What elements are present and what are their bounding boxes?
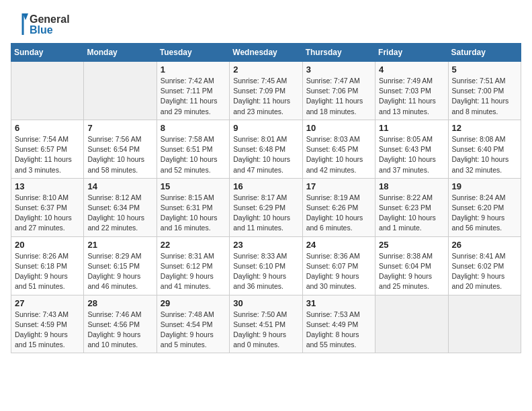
day-detail: Sunrise: 7:56 AM Sunset: 6:54 PM Dayligh…	[87, 134, 152, 175]
day-number: 18	[379, 181, 444, 191]
day-detail: Sunrise: 7:53 AM Sunset: 4:49 PM Dayligh…	[306, 310, 371, 351]
calendar-cell: 21Sunrise: 8:29 AM Sunset: 6:15 PM Dayli…	[84, 236, 157, 295]
calendar-cell: 26Sunrise: 8:41 AM Sunset: 6:02 PM Dayli…	[448, 236, 521, 295]
calendar-week-4: 20Sunrise: 8:26 AM Sunset: 6:18 PM Dayli…	[11, 236, 521, 295]
day-detail: Sunrise: 8:22 AM Sunset: 6:23 PM Dayligh…	[379, 193, 444, 234]
day-number: 1	[161, 64, 226, 75]
day-detail: Sunrise: 7:47 AM Sunset: 7:06 PM Dayligh…	[306, 76, 371, 117]
day-detail: Sunrise: 8:36 AM Sunset: 6:07 PM Dayligh…	[306, 251, 371, 292]
day-detail: Sunrise: 7:46 AM Sunset: 4:56 PM Dayligh…	[87, 310, 152, 351]
day-detail: Sunrise: 8:29 AM Sunset: 6:15 PM Dayligh…	[87, 251, 152, 292]
day-number: 7	[87, 123, 152, 133]
day-detail: Sunrise: 8:31 AM Sunset: 6:12 PM Dayligh…	[161, 251, 226, 292]
calendar-cell: 15Sunrise: 8:15 AM Sunset: 6:31 PM Dayli…	[157, 178, 229, 236]
calendar-cell: 19Sunrise: 8:24 AM Sunset: 6:20 PM Dayli…	[448, 178, 521, 236]
calendar-cell: 18Sunrise: 8:22 AM Sunset: 6:23 PM Dayli…	[375, 178, 448, 236]
day-detail: Sunrise: 8:12 AM Sunset: 6:34 PM Dayligh…	[87, 193, 152, 234]
day-detail: Sunrise: 8:03 AM Sunset: 6:45 PM Dayligh…	[306, 134, 371, 175]
day-number: 9	[233, 123, 298, 133]
day-detail: Sunrise: 7:45 AM Sunset: 7:09 PM Dayligh…	[233, 76, 298, 117]
weekday-header-monday: Monday	[84, 44, 157, 62]
day-number: 4	[379, 64, 444, 75]
day-number: 19	[452, 181, 517, 191]
day-detail: Sunrise: 7:43 AM Sunset: 4:59 PM Dayligh…	[15, 310, 80, 351]
day-number: 21	[87, 240, 152, 250]
calendar-cell: 1Sunrise: 7:42 AM Sunset: 7:11 PM Daylig…	[157, 62, 229, 120]
day-number: 20	[15, 240, 80, 250]
logo-svg: GeneralBlue	[11, 11, 71, 36]
calendar-cell: 10Sunrise: 8:03 AM Sunset: 6:45 PM Dayli…	[302, 120, 375, 178]
calendar-cell: 23Sunrise: 8:33 AM Sunset: 6:10 PM Dayli…	[230, 236, 302, 295]
calendar-cell: 28Sunrise: 7:46 AM Sunset: 4:56 PM Dayli…	[84, 295, 157, 353]
calendar-cell: 24Sunrise: 8:36 AM Sunset: 6:07 PM Dayli…	[302, 236, 375, 295]
day-detail: Sunrise: 7:51 AM Sunset: 7:00 PM Dayligh…	[452, 76, 517, 117]
weekday-header-tuesday: Tuesday	[157, 44, 229, 62]
day-detail: Sunrise: 8:41 AM Sunset: 6:02 PM Dayligh…	[452, 251, 517, 292]
day-detail: Sunrise: 7:49 AM Sunset: 7:03 PM Dayligh…	[379, 76, 444, 117]
calendar-cell: 17Sunrise: 8:19 AM Sunset: 6:26 PM Dayli…	[302, 178, 375, 236]
calendar-cell: 25Sunrise: 8:38 AM Sunset: 6:04 PM Dayli…	[375, 236, 448, 295]
calendar-cell: 9Sunrise: 8:01 AM Sunset: 6:48 PM Daylig…	[230, 120, 302, 178]
calendar-cell: 12Sunrise: 8:08 AM Sunset: 6:40 PM Dayli…	[448, 120, 521, 178]
day-detail: Sunrise: 8:15 AM Sunset: 6:31 PM Dayligh…	[161, 193, 226, 234]
calendar-cell: 29Sunrise: 7:48 AM Sunset: 4:54 PM Dayli…	[157, 295, 229, 353]
calendar-cell	[375, 295, 448, 353]
day-number: 26	[452, 240, 517, 250]
svg-text:General: General	[30, 13, 70, 25]
day-number: 24	[306, 240, 371, 250]
calendar-cell: 13Sunrise: 8:10 AM Sunset: 6:37 PM Dayli…	[11, 178, 84, 236]
calendar-table: SundayMondayTuesdayWednesdayThursdayFrid…	[11, 43, 521, 353]
day-number: 2	[233, 64, 298, 75]
day-number: 5	[452, 64, 517, 75]
day-number: 16	[233, 181, 298, 191]
calendar-cell: 20Sunrise: 8:26 AM Sunset: 6:18 PM Dayli…	[11, 236, 84, 295]
day-number: 6	[15, 123, 80, 133]
day-detail: Sunrise: 7:54 AM Sunset: 6:57 PM Dayligh…	[15, 134, 80, 175]
day-detail: Sunrise: 8:08 AM Sunset: 6:40 PM Dayligh…	[452, 134, 517, 175]
page-header: GeneralBlue	[11, 11, 521, 36]
day-detail: Sunrise: 7:50 AM Sunset: 4:51 PM Dayligh…	[233, 310, 298, 351]
day-detail: Sunrise: 8:17 AM Sunset: 6:29 PM Dayligh…	[233, 193, 298, 234]
day-detail: Sunrise: 8:24 AM Sunset: 6:20 PM Dayligh…	[452, 193, 517, 234]
weekday-header-saturday: Saturday	[448, 44, 521, 62]
weekday-header-sunday: Sunday	[11, 44, 84, 62]
day-number: 23	[233, 240, 298, 250]
calendar-week-2: 6Sunrise: 7:54 AM Sunset: 6:57 PM Daylig…	[11, 120, 521, 178]
day-detail: Sunrise: 8:19 AM Sunset: 6:26 PM Dayligh…	[306, 193, 371, 234]
day-number: 25	[379, 240, 444, 250]
calendar-cell: 4Sunrise: 7:49 AM Sunset: 7:03 PM Daylig…	[375, 62, 448, 120]
day-number: 22	[161, 240, 226, 250]
day-detail: Sunrise: 8:01 AM Sunset: 6:48 PM Dayligh…	[233, 134, 298, 175]
calendar-cell: 14Sunrise: 8:12 AM Sunset: 6:34 PM Dayli…	[84, 178, 157, 236]
calendar-cell: 8Sunrise: 7:58 AM Sunset: 6:51 PM Daylig…	[157, 120, 229, 178]
calendar-cell: 11Sunrise: 8:05 AM Sunset: 6:43 PM Dayli…	[375, 120, 448, 178]
day-number: 30	[233, 298, 298, 308]
calendar-week-1: 1Sunrise: 7:42 AM Sunset: 7:11 PM Daylig…	[11, 62, 521, 120]
calendar-cell: 22Sunrise: 8:31 AM Sunset: 6:12 PM Dayli…	[157, 236, 229, 295]
day-number: 12	[452, 123, 517, 133]
day-detail: Sunrise: 7:42 AM Sunset: 7:11 PM Dayligh…	[161, 76, 226, 117]
calendar-cell	[11, 62, 84, 120]
day-number: 14	[87, 181, 152, 191]
weekday-header-thursday: Thursday	[302, 44, 375, 62]
calendar-cell: 7Sunrise: 7:56 AM Sunset: 6:54 PM Daylig…	[84, 120, 157, 178]
calendar-cell: 3Sunrise: 7:47 AM Sunset: 7:06 PM Daylig…	[302, 62, 375, 120]
weekday-header-wednesday: Wednesday	[230, 44, 302, 62]
calendar-cell: 6Sunrise: 7:54 AM Sunset: 6:57 PM Daylig…	[11, 120, 84, 178]
calendar-cell: 5Sunrise: 7:51 AM Sunset: 7:00 PM Daylig…	[448, 62, 521, 120]
day-number: 3	[306, 64, 371, 75]
day-number: 29	[161, 298, 226, 308]
day-number: 31	[306, 298, 371, 308]
calendar-cell: 27Sunrise: 7:43 AM Sunset: 4:59 PM Dayli…	[11, 295, 84, 353]
logo: GeneralBlue	[11, 11, 71, 36]
day-number: 28	[87, 298, 152, 308]
svg-text:Blue: Blue	[30, 24, 53, 36]
calendar-cell: 31Sunrise: 7:53 AM Sunset: 4:49 PM Dayli…	[302, 295, 375, 353]
weekday-header-row: SundayMondayTuesdayWednesdayThursdayFrid…	[11, 44, 521, 62]
day-number: 27	[15, 298, 80, 308]
day-number: 8	[161, 123, 226, 133]
day-detail: Sunrise: 7:58 AM Sunset: 6:51 PM Dayligh…	[161, 134, 226, 175]
calendar-cell: 2Sunrise: 7:45 AM Sunset: 7:09 PM Daylig…	[230, 62, 302, 120]
calendar-week-5: 27Sunrise: 7:43 AM Sunset: 4:59 PM Dayli…	[11, 295, 521, 353]
calendar-cell: 16Sunrise: 8:17 AM Sunset: 6:29 PM Dayli…	[230, 178, 302, 236]
